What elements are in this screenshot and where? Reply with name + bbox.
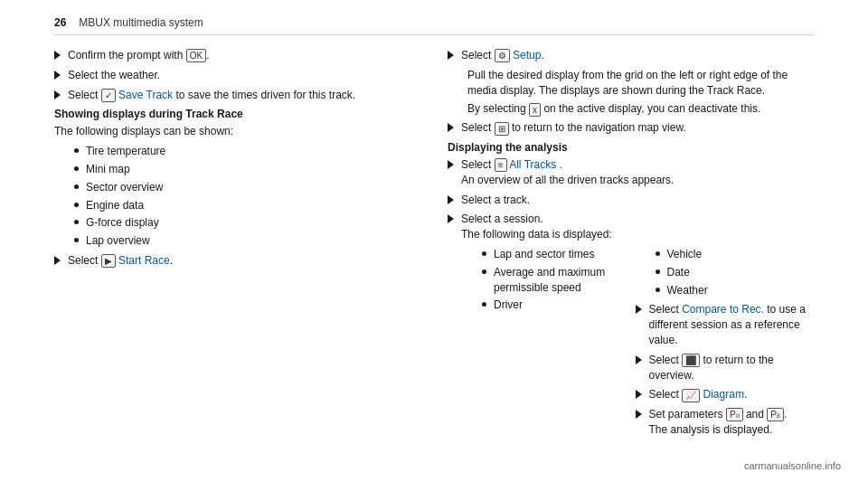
session-data-columns: Lap and sector times Average and maximum…	[448, 247, 814, 442]
bullet-text: Tire temperature	[86, 144, 165, 159]
select-diagram-text: Select 📈 Diagram.	[649, 387, 815, 402]
arrow-icon	[448, 51, 454, 60]
diagram-link: Diagram	[703, 388, 744, 401]
arrow-icon	[448, 123, 454, 132]
arrow-icon	[54, 90, 61, 99]
list-item: Sector overview	[74, 180, 420, 195]
confirm-prompt-text: Confirm the prompt with OK.	[68, 48, 420, 63]
setup-link: Setup	[513, 49, 541, 61]
list-item: Mini map	[74, 162, 420, 177]
select-return-nav-text: Select ⊞ to return to the navigation map…	[461, 120, 814, 136]
arrow-icon	[54, 256, 61, 265]
bullet-text: Vehicle	[667, 247, 703, 262]
list-item: Select Compare to Rec. to use a differen…	[636, 302, 815, 347]
bullet-icon	[74, 238, 79, 242]
select-compare-text: Select Compare to Rec. to use a differen…	[649, 302, 815, 347]
list-item: Select ▶ Start Race.	[54, 253, 420, 269]
x-icon: x	[529, 103, 541, 117]
displays-bullet-list: Tire temperature Mini map Sector overvie…	[74, 144, 420, 249]
list-item: Weather	[656, 283, 815, 298]
list-item: Average and maximum permissible speed	[482, 265, 627, 296]
list-item: Select a session. The following data is …	[448, 212, 814, 242]
list-item: Engine data	[74, 198, 420, 213]
arrow-icon	[636, 390, 642, 399]
arrow-icon	[636, 410, 642, 419]
bullet-icon	[74, 203, 79, 207]
bullet-text: Sector overview	[86, 180, 163, 195]
bullet-icon	[74, 184, 79, 189]
select-return-overview-text: Select ⬛ to return to the overview.	[649, 353, 815, 383]
arrow-icon	[54, 71, 61, 80]
select-save-track-text: Select ✓ Save Track to save the times dr…	[68, 88, 420, 103]
bullet-text: Mini map	[86, 162, 130, 177]
select-session-text: Select a session. The following data is …	[461, 212, 814, 242]
list-item: Select ⬛ to return to the overview.	[636, 353, 815, 383]
start-race-link: Start Race	[118, 254, 170, 267]
session-data-left: Lap and sector times Average and maximum…	[448, 247, 627, 442]
bullet-icon	[656, 288, 660, 292]
param-pb-icon: Pᵦ	[767, 408, 784, 421]
page-header: 26 MBUX multimedia system	[54, 16, 814, 35]
arrow-icon	[54, 51, 61, 60]
list-item: Select a track.	[448, 193, 814, 208]
left-column: Confirm the prompt with OK. Select the w…	[54, 48, 420, 442]
page-title: MBUX multimedia system	[79, 16, 203, 29]
checkmark-icon: ✓	[101, 89, 116, 102]
select-setup-text: Select ⚙ Setup.	[461, 48, 814, 63]
list-item: Lap overview	[74, 233, 420, 249]
right-column: Select ⚙ Setup. Pull the desired display…	[448, 48, 814, 442]
list-item: Lap and sector times	[482, 247, 627, 262]
session-data-right: Vehicle Date Weather	[627, 247, 815, 442]
select-weather-text: Select the weather.	[68, 68, 420, 83]
bullet-text: Engine data	[86, 198, 144, 213]
arrow-icon	[636, 305, 642, 314]
bullet-icon	[482, 251, 486, 256]
tracks-icon: ≡	[495, 158, 507, 172]
arrow-icon	[448, 214, 454, 223]
list-item: Driver	[482, 298, 627, 313]
list-item: Select the weather.	[54, 68, 420, 83]
arrow-icon	[448, 160, 454, 169]
section-heading-analysis: Displaying the analysis	[448, 141, 814, 154]
diagram-icon: 📈	[682, 389, 700, 402]
list-item: Date	[656, 265, 815, 280]
list-item: Set parameters P₀ and Pᵦ. The analysis i…	[636, 407, 815, 438]
ok-button-icon: OK	[186, 49, 206, 62]
bullet-text: Date	[667, 265, 690, 280]
list-item: G-force display	[74, 215, 420, 231]
by-selecting-text: By selecting x on the active display, yo…	[467, 101, 814, 117]
arrow-icon	[448, 195, 454, 204]
list-item: Tire temperature	[74, 144, 420, 159]
bullet-text: Driver	[494, 298, 523, 313]
bullet-icon	[74, 166, 79, 171]
settings-icon: ⚙	[495, 49, 510, 62]
arrow-icon	[636, 355, 642, 364]
list-item: Select ✓ Save Track to save the times dr…	[54, 88, 420, 103]
bullet-icon	[74, 148, 79, 153]
pull-display-text: Pull the desired display from the grid o…	[467, 68, 814, 99]
list-item: Confirm the prompt with OK.	[54, 48, 420, 63]
list-item: Select ⊞ to return to the navigation map…	[448, 120, 814, 136]
start-race-icon: ▶	[101, 254, 116, 268]
bullet-text: G-force display	[86, 215, 159, 231]
content-area: Confirm the prompt with OK. Select the w…	[54, 48, 814, 442]
bullet-icon	[74, 220, 79, 224]
overview-icon: ⬛	[682, 354, 700, 367]
list-item: Select ≡ All Tracks . An overview of all…	[448, 157, 814, 188]
bullet-icon	[482, 302, 486, 307]
bullet-text: Weather	[667, 283, 708, 298]
bullet-icon	[656, 269, 660, 274]
list-item: Vehicle	[656, 247, 815, 262]
select-all-tracks-text: Select ≡ All Tracks . An overview of all…	[461, 157, 814, 188]
section-heading-track-race: Showing displays during Track Race	[54, 108, 420, 120]
bullet-icon	[482, 269, 486, 274]
watermark: carmanualsonline.info	[744, 460, 841, 471]
right-bullet-list: Vehicle Date Weather	[656, 247, 815, 298]
list-item: Select ⚙ Setup.	[448, 48, 814, 63]
save-track-link: Save Track	[118, 89, 173, 101]
param-p0-icon: P₀	[726, 408, 743, 421]
map-icon: ⊞	[495, 122, 509, 136]
list-item: Select 📈 Diagram.	[636, 387, 815, 402]
bullet-text: Lap and sector times	[494, 247, 594, 262]
page-number: 26	[54, 16, 66, 29]
